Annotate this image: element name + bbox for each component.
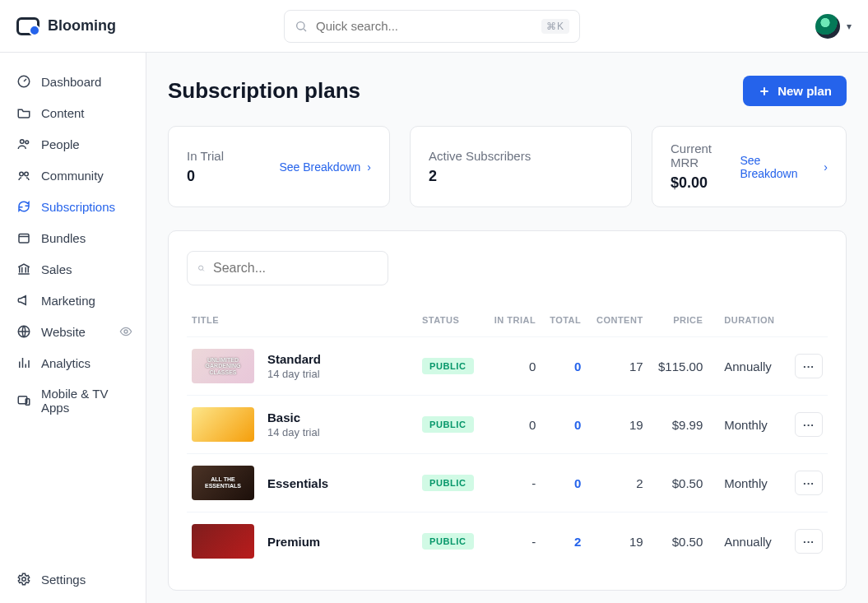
content-cell: 17 <box>586 337 648 396</box>
quick-search[interactable]: ⌘K <box>284 10 580 43</box>
sidebar: Dashboard Content People Community Subsc… <box>0 53 146 603</box>
in-trial-label: In Trial <box>187 149 224 163</box>
table-row[interactable]: Premium PUBLIC - 2 19 $0.50 Annually ··· <box>187 513 828 571</box>
table-search-input[interactable] <box>213 261 378 276</box>
sidebar-item-label: Mobile & TV Apps <box>41 387 132 415</box>
sidebar-item-label: Content <box>41 106 85 120</box>
duration-cell: Monthly <box>708 396 787 454</box>
chart-icon <box>16 355 31 370</box>
svg-point-9 <box>124 330 128 333</box>
row-more-button[interactable]: ··· <box>795 471 823 495</box>
brand-logo-icon <box>16 17 39 35</box>
table-row[interactable]: ALL THE ESSENTIALS Essentials PUBLIC - 0… <box>187 454 828 513</box>
row-more-button[interactable]: ··· <box>795 412 823 437</box>
row-more-button[interactable]: ··· <box>795 529 823 554</box>
total-cell[interactable]: 0 <box>574 476 581 490</box>
status-badge: PUBLIC <box>422 533 474 550</box>
sidebar-item-people[interactable]: People <box>12 130 137 158</box>
plan-thumbnail <box>192 524 254 559</box>
in-trial-breakdown-link[interactable]: See Breakdown › <box>279 160 371 174</box>
sidebar-item-label: People <box>41 137 80 151</box>
bank-icon <box>16 262 31 276</box>
price-cell: $0.50 <box>648 513 708 571</box>
sidebar-item-bundles[interactable]: Bundles <box>12 224 137 252</box>
svg-line-1 <box>304 29 306 31</box>
content-cell: 2 <box>586 454 648 513</box>
col-price: PRICE <box>648 308 708 337</box>
mrr-breakdown-link[interactable]: See Breakdown › <box>740 154 828 180</box>
chevron-right-icon: › <box>367 160 371 174</box>
active-subs-label: Active Subscribers <box>429 149 531 163</box>
total-cell[interactable]: 0 <box>574 359 581 373</box>
avatar[interactable] <box>815 14 840 39</box>
col-duration: DURATION <box>708 308 787 337</box>
sidebar-item-dashboard[interactable]: Dashboard <box>12 67 137 95</box>
gear-icon <box>16 572 31 587</box>
plan-name: Basic <box>267 411 320 424</box>
page-header: Subscription plans New plan <box>168 76 847 106</box>
plans-panel: TITLE STATUS IN TRIAL TOTAL CONTENT PRIC… <box>168 230 847 591</box>
price-cell: $115.00 <box>648 337 708 396</box>
price-cell: $9.99 <box>648 396 708 454</box>
content-cell: 19 <box>586 396 648 454</box>
mrr-value: $0.00 <box>671 174 740 192</box>
svg-point-6 <box>25 172 29 176</box>
sidebar-item-label: Bundles <box>41 231 86 245</box>
account-dropdown-icon[interactable]: ▾ <box>847 21 852 32</box>
sidebar-item-sales[interactable]: Sales <box>12 255 137 283</box>
sidebar-item-website[interactable]: Website <box>12 318 137 346</box>
sidebar-item-community[interactable]: Community <box>12 161 137 189</box>
col-total: TOTAL <box>541 308 586 337</box>
in-trial-cell: 0 <box>485 396 541 454</box>
plans-table: TITLE STATUS IN TRIAL TOTAL CONTENT PRIC… <box>187 308 828 570</box>
svg-point-12 <box>22 577 26 582</box>
gauge-icon <box>16 74 31 89</box>
row-more-button[interactable]: ··· <box>795 354 823 378</box>
brand[interactable]: Blooming <box>16 17 116 35</box>
svg-point-4 <box>26 141 29 144</box>
eye-icon[interactable] <box>119 325 132 338</box>
active-subs-value: 2 <box>429 168 531 185</box>
plan-subtitle: 14 day trial <box>267 426 320 438</box>
total-cell[interactable]: 2 <box>574 535 581 549</box>
package-icon <box>16 230 31 245</box>
sidebar-item-mobile-tv[interactable]: Mobile & TV Apps <box>12 380 137 421</box>
refresh-icon <box>16 199 31 214</box>
sidebar-nav: Dashboard Content People Community Subsc… <box>12 67 137 421</box>
sidebar-item-marketing[interactable]: Marketing <box>12 286 137 314</box>
quick-search-wrap: ⌘K <box>284 10 580 43</box>
chevron-right-icon: › <box>824 160 828 174</box>
plan-name: Premium <box>267 535 320 549</box>
table-row[interactable]: Basic 14 day trial PUBLIC 0 0 19 $9.99 M… <box>187 396 828 454</box>
svg-point-0 <box>297 21 304 29</box>
quick-search-shortcut: ⌘K <box>541 19 569 34</box>
devices-icon <box>16 393 31 408</box>
table-search[interactable] <box>187 251 388 285</box>
in-trial-cell: - <box>485 454 541 513</box>
in-trial-cell: 0 <box>485 337 541 396</box>
sidebar-item-settings[interactable]: Settings <box>12 565 137 593</box>
content-cell: 19 <box>586 513 648 571</box>
in-trial-value: 0 <box>187 168 224 185</box>
sidebar-item-subscriptions[interactable]: Subscriptions <box>12 192 137 220</box>
search-icon <box>295 20 308 33</box>
plan-subtitle: 14 day trial <box>267 368 321 380</box>
globe-icon <box>16 324 31 339</box>
new-plan-button[interactable]: New plan <box>743 76 847 106</box>
main-content: Subscription plans New plan In Trial 0 S… <box>146 53 868 603</box>
mrr-card: Current MRR $0.00 See Breakdown › <box>652 126 847 207</box>
sidebar-item-content[interactable]: Content <box>12 99 137 127</box>
table-row[interactable]: UNLIMITED GARDENING CLASSES Standard 14 … <box>187 337 828 396</box>
duration-cell: Annually <box>708 513 787 571</box>
folder-icon <box>16 105 31 120</box>
status-badge: PUBLIC <box>422 475 474 491</box>
sidebar-item-label: Analytics <box>41 356 91 370</box>
total-cell[interactable]: 0 <box>574 418 581 432</box>
search-icon <box>197 261 205 276</box>
quick-search-input[interactable] <box>316 19 533 33</box>
sidebar-item-analytics[interactable]: Analytics <box>12 349 137 377</box>
plan-name: Standard <box>267 352 321 366</box>
sidebar-item-label: Website <box>41 325 86 339</box>
svg-point-3 <box>21 140 25 144</box>
col-in-trial: IN TRIAL <box>485 308 541 337</box>
